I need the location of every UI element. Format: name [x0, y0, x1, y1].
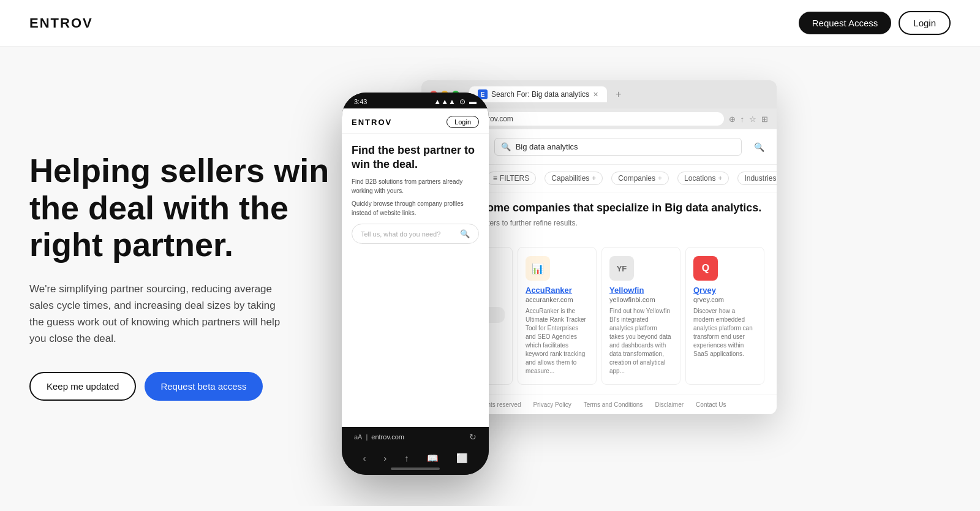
zoom-icon[interactable]: ⊕	[729, 115, 736, 124]
locations-plus-icon: +	[718, 174, 722, 183]
nav-logo: ENTROV	[29, 15, 93, 31]
navbar: ENTROV Request Access Login	[0, 0, 980, 47]
card-name-qrvey[interactable]: Qrvey	[693, 286, 756, 295]
app-search-query: Big data analytics	[516, 142, 578, 151]
phone-back-button[interactable]: ‹	[363, 453, 366, 464]
card-name-yellowfin[interactable]: Yellowfin	[609, 286, 673, 295]
phone-bottom-text: aA | entrov.com	[354, 433, 404, 441]
phone-subtext2: Quickly browse through company profiles …	[352, 199, 479, 218]
phone-nav-buttons: ‹ › ↑ 📖 ⬜	[342, 449, 489, 467]
nav-actions: Request Access Login	[799, 11, 951, 35]
card-domain-yellowfin: yellowfinbi.com	[609, 296, 673, 303]
extensions-icon[interactable]: ⊞	[761, 115, 768, 124]
card-logo-yellowfin: YF	[609, 256, 634, 281]
keep-updated-button[interactable]: Keep me updated	[29, 372, 136, 401]
footer-terms[interactable]: Terms and Conditions	[584, 401, 643, 408]
card-logo-accuranker: 📊	[526, 256, 550, 281]
phone-time: 3:43	[354, 98, 367, 105]
hero-section: Helping sellers win the deal with the ri…	[0, 47, 980, 506]
phone-screen: ENTROV Login Find the best partner to wi…	[342, 108, 489, 427]
toolbar-capabilities[interactable]: Capabilities +	[545, 172, 603, 185]
phone-refresh-icon[interactable]: ↻	[469, 432, 477, 442]
hero-left: Helping sellers win the deal with the ri…	[29, 152, 360, 400]
browser-tab[interactable]: E Search For: Big data analytics ✕	[469, 86, 607, 102]
hero-headline: Helping sellers win the deal with the ri…	[29, 152, 360, 263]
capabilities-plus-icon: +	[592, 174, 596, 183]
hero-subtext: We're simplifying partner sourcing, redu…	[29, 281, 287, 347]
phone-tabs-button[interactable]: ⬜	[456, 453, 468, 464]
phone-forward-button[interactable]: ›	[383, 453, 386, 464]
app-search-icon-right: 🔍	[754, 142, 764, 152]
phone-headline: Find the best partner to win the deal.	[352, 143, 479, 171]
card-logo-qrvey: Q	[693, 256, 718, 281]
phone-bookmarks-button[interactable]: 📖	[427, 453, 439, 464]
phone-mockup: 3:43 ▲▲▲ ⊙ ▬ ENTROV Login Find the best …	[342, 93, 489, 475]
phone-aa-button[interactable]: aA	[354, 433, 362, 441]
card-domain-qrvey: qrvey.com	[693, 296, 756, 303]
phone-nav: ENTROV Login	[342, 108, 489, 134]
footer-privacy[interactable]: Privacy Policy	[533, 401, 571, 408]
phone-search-placeholder: Tell us, what do you need?	[361, 230, 455, 238]
hero-buttons: Keep me updated Request beta access	[29, 372, 360, 401]
app-search-bar[interactable]: 🔍 Big data analytics	[494, 138, 742, 156]
phone-subtext1: Find B2B solutions from partners already…	[352, 177, 479, 195]
footer-disclaimer[interactable]: Disclaimer	[655, 401, 684, 408]
login-button[interactable]: Login	[899, 11, 951, 35]
search-icon: 🔍	[501, 142, 511, 151]
browser-url-actions: ⊕ ↑ ☆ ⊞	[729, 115, 769, 124]
card-name-accuranker[interactable]: AccuRanker	[526, 286, 589, 295]
request-access-button[interactable]: Request Access	[799, 12, 892, 34]
phone-battery-icon: ▬	[469, 97, 477, 106]
phone-hero-section: Find the best partner to win the deal. F…	[342, 134, 489, 251]
phone-home-indicator	[391, 467, 440, 470]
card-desc-qrvey: Discover how a modern embedded analytics…	[693, 307, 756, 358]
toolbar-locations[interactable]: Locations +	[677, 172, 729, 185]
toolbar-filters[interactable]: ≡ FILTERS	[486, 172, 536, 185]
phone-login-button[interactable]: Login	[447, 116, 479, 128]
hero-right: E Search For: Big data analytics ✕ + ‹ ›…	[360, 62, 951, 491]
footer-contact[interactable]: Contact Us	[696, 401, 726, 408]
phone-search-icon: 🔍	[460, 229, 470, 238]
phone-bottom-bar: aA | entrov.com ↻	[342, 427, 489, 449]
company-card-qrvey[interactable]: Q Qrvey qrvey.com Discover how a modern …	[685, 247, 764, 385]
card-domain-accuranker: accuranker.com	[526, 296, 589, 303]
card-desc-yellowfin: Find out how Yellowfin BI's integrated a…	[609, 307, 673, 376]
phone-share-button[interactable]: ↑	[404, 453, 409, 464]
phone-logo: ENTROV	[352, 118, 392, 127]
bookmark-icon[interactable]: ☆	[749, 115, 756, 124]
tab-close-icon[interactable]: ✕	[593, 91, 598, 99]
phone-wifi-icon: ⊙	[459, 97, 466, 106]
phone-signal-icon: ▲▲▲	[434, 97, 456, 106]
phone-search[interactable]: Tell us, what do you need? 🔍	[352, 224, 479, 244]
company-card-accuranker[interactable]: 📊 AccuRanker accuranker.com AccuRanker i…	[518, 247, 597, 385]
toolbar-companies[interactable]: Companies +	[611, 172, 669, 185]
beta-access-button[interactable]: Request beta access	[145, 372, 262, 401]
browser-url-input[interactable]: 🔒 entrov.com	[458, 112, 723, 126]
phone-url-display: entrov.com	[371, 433, 404, 441]
company-card-yellowfin[interactable]: YF Yellowfin yellowfinbi.com Find out ho…	[601, 247, 680, 385]
phone-bottom-indicator	[342, 467, 489, 475]
browser-tab-title: Search For: Big data analytics	[491, 90, 589, 99]
filter-icon: ≡	[493, 174, 497, 183]
tab-add-icon[interactable]: +	[616, 89, 621, 100]
phone-status-bar: 3:43 ▲▲▲ ⊙ ▬	[342, 93, 489, 108]
toolbar-industries[interactable]: Industries +	[737, 172, 777, 185]
companies-plus-icon: +	[658, 174, 662, 183]
share-icon[interactable]: ↑	[741, 115, 745, 124]
card-desc-accuranker: AccuRanker is the Ultimate Rank Tracker …	[526, 307, 589, 376]
